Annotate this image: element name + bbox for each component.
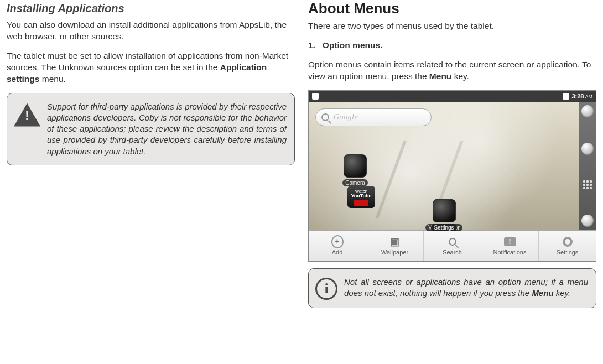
list1-txt: Option menus. <box>323 40 383 50</box>
menu-search-icon <box>446 236 459 248</box>
menu-wallpaper-label: Wallpaper <box>381 249 408 256</box>
right-list-1: 1. Option menus. <box>308 40 596 51</box>
right-heading: About Menus <box>308 0 596 17</box>
camera-label: Camera <box>342 179 368 186</box>
menu-add-label: Add <box>332 249 343 256</box>
info-icon: i <box>315 278 337 300</box>
wallpaper-icon <box>389 236 401 248</box>
warning-text: Support for third-party applications is … <box>47 101 287 157</box>
google-search-bar[interactable]: Google <box>315 108 432 126</box>
side-orb-mid[interactable] <box>581 143 594 155</box>
status-time: 3:28 <box>571 93 584 100</box>
status-bar: 3:28 AM <box>309 91 596 102</box>
menu-add[interactable]: Add <box>309 231 366 261</box>
left-heading: Installing Applications <box>7 2 295 15</box>
left-para-1: You can also download an install additio… <box>7 19 295 43</box>
left-p2-c: menu. <box>39 74 65 84</box>
right-p2-c: key. <box>451 71 469 81</box>
menu-settings[interactable]: Settings <box>539 231 596 261</box>
youtube-widget[interactable]: Watch YouTube <box>347 186 375 208</box>
status-ampm: AM <box>584 94 592 100</box>
info-text: Not all screens or applications have an … <box>344 277 588 299</box>
side-panel <box>579 102 596 230</box>
info-c: key. <box>554 288 571 298</box>
side-orb-top[interactable] <box>581 105 594 117</box>
status-icon <box>312 93 319 100</box>
menu-search[interactable]: Search <box>424 231 481 261</box>
settings-icon <box>433 199 456 222</box>
menu-notifications-label: Notifications <box>493 249 527 256</box>
right-para-2: Option menus contain items related to th… <box>308 59 596 82</box>
left-para-2: The tablet must be set to allow installa… <box>7 50 295 85</box>
menu-settings-icon <box>562 236 574 248</box>
warning-callout: Support for third-party applications is … <box>7 93 295 165</box>
right-p2-bold: Menu <box>429 71 451 81</box>
info-callout: i Not all screens or applications have a… <box>308 268 596 308</box>
menu-wallpaper[interactable]: Wallpaper <box>366 231 424 261</box>
yt-brand: YouTube <box>351 193 371 199</box>
search-hint: Google <box>334 113 358 122</box>
app-drawer-icon[interactable] <box>583 180 592 189</box>
notifications-icon <box>504 236 516 248</box>
menu-notifications[interactable]: Notifications <box>481 231 539 261</box>
status-right: 3:28 AM <box>563 93 592 100</box>
settings-app[interactable]: Settings <box>429 199 460 231</box>
right-para-1: There are two types of menus used by the… <box>308 20 596 32</box>
home-screen[interactable]: Google Camera Watch YouTube Video Player <box>309 102 596 230</box>
option-menu-bar: Add Wallpaper Search Notifications Setti… <box>309 230 596 261</box>
menu-settings-label: Settings <box>557 249 579 256</box>
search-icon <box>321 113 329 121</box>
warning-icon <box>14 103 40 127</box>
settings-label: Settings <box>431 224 456 231</box>
info-bold: Menu <box>532 288 553 298</box>
menu-search-label: Search <box>443 249 462 256</box>
add-icon <box>331 236 344 248</box>
camera-icon <box>344 154 367 178</box>
list1-num: 1. <box>308 40 315 50</box>
embedded-screenshot: 3:28 AM Google Camera Watch YouTube <box>308 90 596 262</box>
camera-app[interactable]: Camera <box>340 154 371 186</box>
side-orb-bottom[interactable] <box>581 215 594 227</box>
battery-icon <box>563 93 569 100</box>
yt-play-icon <box>354 200 368 206</box>
